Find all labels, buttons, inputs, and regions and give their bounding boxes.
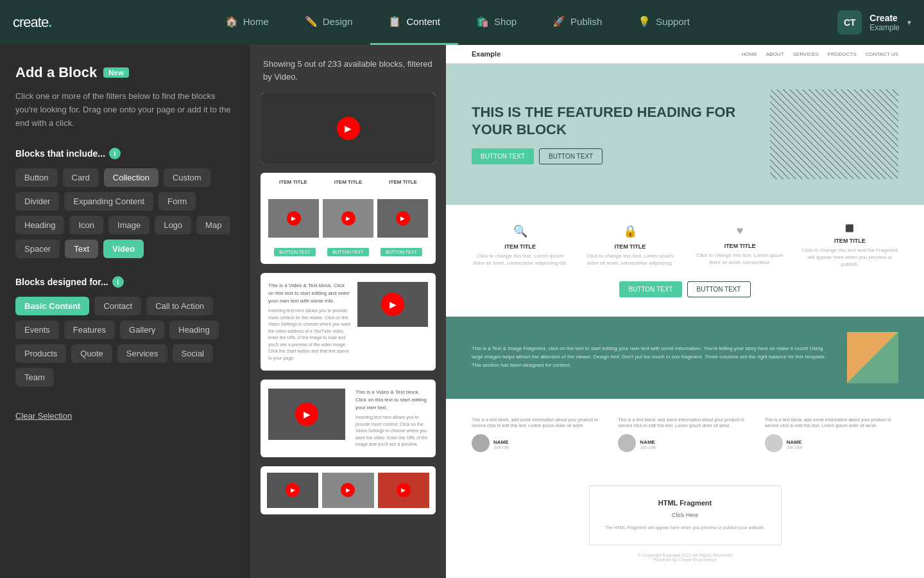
shop-icon: 🛍️ bbox=[476, 15, 489, 28]
blocks-include-label: Blocks that include... i bbox=[15, 148, 235, 159]
block-card-4[interactable]: ▶ This is a Video & Text block. Click on… bbox=[261, 380, 436, 457]
nav-right: CT Create Example ▾ bbox=[837, 10, 911, 35]
filter-quote[interactable]: Quote bbox=[71, 344, 112, 363]
filter-custom[interactable]: Custom bbox=[164, 168, 210, 187]
nav-support[interactable]: 💡 Support bbox=[620, 0, 708, 45]
include-filters: Button Card Collection Custom Divider Ex… bbox=[15, 168, 235, 258]
team-avatar bbox=[472, 434, 490, 452]
filter-video[interactable]: Video bbox=[103, 240, 144, 258]
preview-content: Example HOME ABOUT SERVICES PRODUCTS CON… bbox=[446, 45, 924, 577]
preview-nav-links: HOME ABOUT SERVICES PRODUCTS CONTACT US bbox=[742, 51, 898, 57]
filter-heading[interactable]: Heading bbox=[169, 320, 218, 339]
filter-map[interactable]: Map bbox=[196, 216, 230, 234]
block-card-1[interactable]: ▶ bbox=[261, 93, 436, 164]
panel-title: Add a Block bbox=[15, 64, 97, 81]
filter-icon[interactable]: Icon bbox=[69, 216, 103, 234]
play-icon: ▶ bbox=[295, 403, 318, 426]
preview-html-fragment: HTML Fragment Click Here The HTML Fragme… bbox=[446, 470, 924, 577]
filter-image[interactable]: Image bbox=[108, 216, 150, 234]
filter-collection[interactable]: Collection bbox=[104, 168, 158, 187]
html-footer-line2: Powered by Create Ecommerce bbox=[472, 557, 898, 562]
user-subtitle: Example bbox=[869, 23, 900, 32]
design-icon: ✏️ bbox=[305, 15, 318, 28]
features-btn2[interactable]: BUTTON TEXT bbox=[687, 281, 751, 297]
play-icon: ▶ bbox=[341, 483, 355, 497]
results-info: Showing 5 out of 233 available blocks, f… bbox=[250, 45, 446, 93]
nav-home[interactable]: 🏠 Home bbox=[207, 0, 287, 45]
right-panel: Example HOME ABOUT SERVICES PRODUCTS CON… bbox=[446, 45, 924, 578]
preview-info-section: This is a Text & Image Fragment, click o… bbox=[446, 317, 924, 399]
play-icon: ▶ bbox=[397, 483, 411, 497]
user-name: Create bbox=[869, 13, 900, 23]
block-card-3[interactable]: This is a Video & Text block. Click on t… bbox=[261, 273, 436, 371]
play-icon: ▶ bbox=[337, 117, 360, 140]
search-icon: 🔍 bbox=[472, 224, 569, 238]
nav-links: 🏠 Home ✏️ Design 📋 Content 🛍️ Shop 🚀 Pub… bbox=[77, 0, 837, 45]
star-icon: ⬛ bbox=[801, 224, 898, 232]
filter-basic-content[interactable]: Basic Content bbox=[15, 297, 89, 315]
preview-hero-btn2[interactable]: BUTTON TEXT bbox=[539, 148, 603, 164]
filter-logo[interactable]: Logo bbox=[155, 216, 191, 234]
filter-gallery[interactable]: Gallery bbox=[120, 320, 164, 339]
filter-heading[interactable]: Heading bbox=[15, 216, 64, 234]
clear-selection-button[interactable]: Clear Selection bbox=[15, 411, 72, 421]
filter-button[interactable]: Button bbox=[15, 168, 58, 187]
top-nav: create. 🏠 Home ✏️ Design 📋 Content 🛍️ Sh… bbox=[0, 0, 924, 45]
preview-hero-btn1[interactable]: BUTTON TEXT bbox=[472, 148, 534, 164]
block-card-2[interactable]: ITEM TITLE ITEM TITLE ITEM TITLE ▶ ▶ ▶ bbox=[261, 173, 436, 264]
nav-design[interactable]: ✏️ Design bbox=[287, 0, 371, 45]
play-icon: ▶ bbox=[381, 293, 404, 316]
preview-nav-bar: Example HOME ABOUT SERVICES PRODUCTS CON… bbox=[446, 45, 924, 64]
filter-form[interactable]: Form bbox=[158, 192, 196, 211]
preview-features: 🔍 ITEM TITLE Click to change this text. … bbox=[446, 205, 924, 317]
team-avatar bbox=[765, 434, 783, 452]
filter-features[interactable]: Features bbox=[64, 320, 115, 339]
preview-hero: THIS IS THE FEATURED HEADING FOR YOUR BL… bbox=[446, 64, 924, 205]
filter-text[interactable]: Text bbox=[65, 240, 98, 258]
play-icon: ▶ bbox=[287, 211, 301, 225]
new-badge: New bbox=[103, 67, 129, 78]
avatar[interactable]: CT bbox=[837, 10, 862, 35]
preview-hero-title: THIS IS THE FEATURED HEADING FOR YOUR BL… bbox=[472, 104, 770, 138]
blocks-designed-info-icon[interactable]: i bbox=[112, 276, 124, 288]
feature-item: 🔍 ITEM TITLE Click to change this text. … bbox=[472, 224, 569, 268]
filter-spacer[interactable]: Spacer bbox=[15, 240, 60, 258]
filter-social[interactable]: Social bbox=[173, 344, 213, 363]
middle-panel: ✕ Showing 5 out of 233 available blocks,… bbox=[250, 45, 446, 578]
filter-expanding-content[interactable]: Expanding Content bbox=[64, 192, 153, 211]
filter-products[interactable]: Products bbox=[15, 344, 66, 363]
feature-item: 🔒 ITEM TITLE Click to change this text. … bbox=[581, 224, 678, 268]
blocks-designed-label: Blocks designed for... i bbox=[15, 276, 235, 288]
blocks-include-info-icon[interactable]: i bbox=[109, 148, 121, 159]
filter-team[interactable]: Team bbox=[15, 368, 54, 387]
filter-call-to-action[interactable]: Call to Action bbox=[146, 297, 213, 315]
filter-divider[interactable]: Divider bbox=[15, 192, 59, 211]
team-item: This is a text block, add some informati… bbox=[618, 414, 751, 455]
filter-contact[interactable]: Contact bbox=[94, 297, 141, 315]
play-icon: ▶ bbox=[341, 211, 355, 225]
preview-hero-image bbox=[770, 89, 898, 179]
support-icon: 💡 bbox=[638, 15, 651, 28]
html-fragment-subtitle: Click Here bbox=[603, 512, 768, 518]
preview-info-image bbox=[847, 332, 898, 383]
nav-publish[interactable]: 🚀 Publish bbox=[535, 0, 620, 45]
filter-services[interactable]: Services bbox=[117, 344, 167, 363]
play-icon: ▶ bbox=[396, 211, 410, 225]
heart-icon: ♥ bbox=[692, 224, 789, 238]
filter-events[interactable]: Events bbox=[15, 320, 59, 339]
panel-header: Add a Block New bbox=[15, 64, 235, 81]
panel-description: Click one or more of the filters below t… bbox=[15, 90, 235, 130]
block-card-5[interactable]: ▶ ▶ ▶ bbox=[261, 466, 436, 514]
nav-content[interactable]: 📋 Content bbox=[370, 0, 458, 45]
user-info: Create Example bbox=[869, 13, 900, 32]
feature-item: ⬛ ITEM TITLE Click to change this text a… bbox=[801, 224, 898, 268]
chevron-down-icon[interactable]: ▾ bbox=[907, 18, 911, 27]
preview-team-section: This is a text block, add some informati… bbox=[446, 399, 924, 471]
nav-shop[interactable]: 🛍️ Shop bbox=[458, 0, 535, 45]
html-fragment-title: HTML Fragment bbox=[603, 499, 768, 507]
html-footer-line1: © Copyright Example 2023 All Rights Rese… bbox=[472, 553, 898, 557]
filter-card[interactable]: Card bbox=[63, 168, 99, 187]
team-item: This is a text block, add some informati… bbox=[472, 414, 605, 455]
feature-item: ♥ ITEM TITLE Click to change this text. … bbox=[692, 224, 789, 268]
features-btn1[interactable]: BUTTON TEXT bbox=[619, 281, 681, 297]
